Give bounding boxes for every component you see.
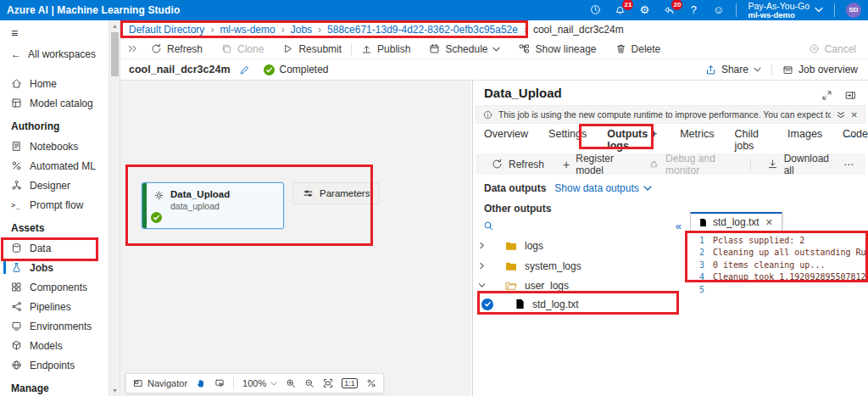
sidebar-item-home[interactable]: Home [0, 74, 108, 93]
clock-icon[interactable] [588, 3, 602, 17]
fit-to-screen-button[interactable] [323, 378, 333, 388]
info-icon [483, 110, 492, 120]
feedback-badge: 20 [671, 0, 682, 10]
command-bar: Refresh Clone Resubmit Publish Schedule [120, 39, 868, 59]
scrollbar-thumb[interactable] [111, 32, 119, 76]
share-button[interactable]: Share [705, 64, 761, 75]
chevron-right-icon[interactable] [473, 262, 490, 270]
sidebar-section-authoring: Authoring [0, 113, 108, 137]
chevron-down-icon[interactable] [473, 282, 490, 289]
outputs-refresh-button[interactable]: Refresh [482, 159, 554, 170]
publish-button[interactable]: Publish [352, 39, 420, 59]
notifications-bell-icon[interactable]: 21 [613, 3, 626, 17]
job-overview-button[interactable]: Job overview [782, 64, 858, 75]
tabs-overflow-icon[interactable]: ⋯ [844, 130, 856, 142]
tree-item-user-logs[interactable]: user_logs [473, 276, 682, 295]
banner-close-icon[interactable]: ✕ [851, 110, 858, 120]
info-banner: This job is using the new compute runtim… [476, 105, 865, 124]
refresh-button[interactable]: Refresh [142, 39, 212, 59]
footer-divider [233, 377, 234, 389]
jobs-flask-icon [11, 262, 22, 273]
chevron-right-icon[interactable] [473, 242, 490, 249]
zoom-level-select[interactable]: 100% [242, 378, 277, 388]
sidebar-item-environments[interactable]: Environments [0, 316, 108, 336]
fit-screen-icon [323, 378, 333, 388]
sidebar-item-notebooks[interactable]: Notebooks [0, 137, 108, 156]
clone-icon [221, 43, 232, 54]
tree-item-logs[interactable]: logs [473, 236, 682, 255]
tree-item-system-logs[interactable]: system_logs [473, 256, 682, 276]
close-log-tab-icon[interactable]: ✕ [765, 217, 773, 228]
tree-item-std-log[interactable]: std_log.txt [473, 294, 682, 314]
pan-hand-tool[interactable] [196, 378, 206, 388]
zoom-in-button[interactable] [286, 378, 296, 388]
schedule-button[interactable]: Schedule [420, 39, 509, 59]
clone-button[interactable]: Clone [212, 39, 273, 59]
sidebar-item-models[interactable]: Models [0, 336, 108, 355]
commandbar-overflow-icon[interactable] [120, 43, 142, 54]
log-line: 2Cleaning up all outstanding Run oper [687, 247, 868, 259]
show-data-outputs-link[interactable]: Show data outputs [554, 182, 651, 194]
sidebar-item-endpoints[interactable]: Endpoints [0, 355, 108, 375]
breadcrumb-workspace[interactable]: ml-ws-demo [220, 24, 275, 36]
debug-bug-icon [648, 159, 659, 170]
zoom-out-button[interactable] [304, 378, 314, 388]
actual-size-button[interactable]: 1:1 [342, 378, 358, 388]
sidebar-item-pipelines[interactable]: Pipelines [0, 297, 108, 316]
navigator-button[interactable]: Navigator [133, 378, 187, 388]
feedback-icon[interactable]: 20 [662, 3, 676, 17]
hamburger-menu-icon[interactable]: ≡ [0, 20, 108, 45]
sidebar-item-automated-ml[interactable]: Automated ML [0, 156, 108, 176]
select-tool[interactable] [214, 378, 225, 388]
folder-open-icon [505, 281, 517, 291]
banner-expand-icon[interactable] [837, 111, 845, 119]
settings-gear-icon[interactable]: ⚙ [637, 3, 651, 17]
log-content[interactable]: 1Pclass supplied: 2 2Cleaning up all out… [687, 231, 868, 296]
sidebar-item-designer[interactable]: Designer [0, 176, 108, 195]
sidebar-scrollbar[interactable]: ▲ ▼ [108, 20, 120, 396]
search-icon[interactable] [483, 220, 494, 231]
completed-check-icon [264, 64, 275, 75]
breadcrumb-directory[interactable]: Default Directory [129, 24, 204, 36]
debug-and-monitor-button[interactable]: Debug and monitor [639, 153, 743, 176]
help-icon[interactable]: ? [687, 3, 700, 17]
share-icon [705, 64, 716, 75]
all-workspaces-back-link[interactable]: ← All workspaces [0, 45, 108, 69]
breadcrumb-jobs[interactable]: Jobs [291, 24, 312, 36]
toolbar-more-icon[interactable]: ⋯ [838, 159, 859, 170]
workspace-selector[interactable]: Pay-As-You-Go ml-ws-demo [748, 2, 823, 20]
expand-icon[interactable] [821, 90, 832, 101]
resubmit-button[interactable]: Resubmit [273, 39, 351, 59]
sidebar-item-prompt-flow[interactable]: >_ Prompt flow [0, 195, 108, 215]
node-status-stripe [142, 183, 147, 228]
breadcrumb-experiment-id[interactable]: 588ce671-13d9-4d22-8362-0efb3c95a52e [327, 24, 518, 36]
endpoints-icon [11, 360, 22, 371]
parameters-button[interactable]: Parameters [292, 182, 380, 204]
status-label: Completed [280, 64, 329, 75]
pipeline-canvas[interactable]: Data_Upload data_upload Parameters Navig… [120, 81, 471, 396]
show-lineage-button[interactable]: Show lineage [509, 39, 605, 59]
collapse-tree-icon[interactable]: « [676, 220, 682, 232]
topbar-divider [736, 3, 737, 17]
log-file-tab[interactable]: std_log.txt ✕ [690, 212, 782, 231]
download-all-button[interactable]: Download all [758, 153, 838, 176]
designer-icon [11, 180, 22, 191]
register-model-button[interactable]: + Register model [554, 153, 639, 176]
user-avatar[interactable]: SD [846, 3, 861, 18]
outputs-search-row: « [478, 217, 682, 234]
job-overview-icon [782, 64, 793, 75]
graph-settings-button[interactable] [366, 378, 376, 388]
components-icon [11, 282, 22, 293]
sidebar-item-data[interactable]: Data [0, 238, 108, 258]
sidebar-item-components[interactable]: Components [0, 277, 108, 297]
open-in-panel-icon[interactable] [845, 90, 856, 101]
smiley-feedback-icon[interactable]: ☺ [711, 3, 725, 17]
edit-pencil-icon[interactable] [239, 64, 250, 75]
node-subtitle: data_upload [170, 201, 230, 211]
delete-button[interactable]: Delete [606, 39, 670, 59]
sidebar-item-model-catalog[interactable]: Model catalog [0, 93, 108, 113]
pointer-icon [214, 378, 225, 388]
pipeline-node-data-upload[interactable]: Data_Upload data_upload [142, 182, 284, 229]
sidebar-item-jobs[interactable]: Jobs [0, 258, 108, 277]
cancel-button[interactable]: Cancel [799, 39, 868, 59]
